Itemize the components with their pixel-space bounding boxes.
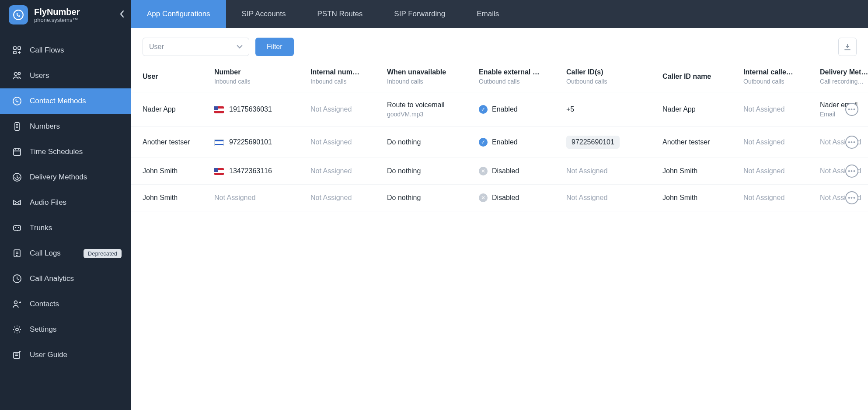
nav-icon — [11, 298, 23, 310]
table-row[interactable]: Another testser 97225690101 Not Assigned… — [131, 127, 868, 158]
topbar-tabs: App ConfigurationsSIP AccountsPSTN Route… — [131, 0, 868, 28]
nav-label: Users — [30, 71, 49, 80]
cell-unavailable: Do nothing — [383, 127, 474, 158]
phone-icon — [13, 9, 24, 21]
nav-icon — [11, 222, 23, 234]
column-header[interactable]: NumberInbound calls — [210, 60, 306, 92]
sidebar-item-users[interactable]: Users — [0, 63, 131, 88]
sidebar-collapse-button[interactable] — [120, 10, 125, 20]
x-icon: ✕ — [479, 167, 488, 175]
table-header-row: UserNumberInbound callsInternal num…Inbo… — [131, 60, 868, 92]
column-header[interactable]: When unavailableInbound calls — [383, 60, 474, 92]
column-header[interactable]: Caller ID(s)Outbound calls — [562, 60, 658, 92]
flag-icon — [214, 139, 224, 146]
sidebar-item-numbers[interactable]: Numbers — [0, 114, 131, 139]
cell-delivery: Nader emailEmail — [816, 92, 868, 127]
table-row[interactable]: John Smith Not Assigned Not Assigned Do … — [131, 185, 868, 211]
brand: FlyNumber phone.systems™ — [0, 0, 131, 30]
nav-label: Call Flows — [30, 46, 64, 55]
sidebar-item-user-guide[interactable]: User Guide — [0, 342, 131, 368]
sidebar-item-time-schedules[interactable]: Time Schedules — [0, 139, 131, 165]
row-more-button[interactable]: ••• — [845, 165, 858, 178]
sidebar-item-delivery-methods[interactable]: Delivery Methods — [0, 165, 131, 190]
flag-icon — [214, 168, 224, 175]
nav-icon — [11, 70, 23, 81]
nav-icon — [11, 45, 23, 56]
row-actions-column: •••••••••••• — [841, 60, 868, 64]
table-row[interactable]: Nader App 19175636031 Not Assigned Route… — [131, 92, 868, 127]
column-header[interactable]: Delivery Met…Call recording… — [816, 60, 868, 92]
nav-label: User Guide — [30, 350, 67, 359]
svg-rect-3 — [14, 51, 16, 54]
svg-point-14 — [16, 328, 18, 331]
table-row[interactable]: John Smith 13472363116 Not Assigned Do n… — [131, 158, 868, 185]
svg-point-13 — [14, 301, 17, 304]
main: App ConfigurationsSIP AccountsPSTN Route… — [131, 0, 868, 410]
column-header[interactable]: Internal num…Inbound calls — [306, 60, 383, 92]
nav-label: Delivery Methods — [30, 173, 87, 182]
svg-rect-8 — [14, 149, 21, 155]
chevron-down-icon — [237, 43, 243, 51]
cell-caller-ids: +5 — [562, 92, 658, 127]
row-more-button[interactable]: ••• — [845, 136, 858, 149]
tab-sip-accounts[interactable]: SIP Accounts — [226, 0, 302, 28]
caller-id-chip[interactable]: 97225690101 — [566, 136, 620, 149]
cell-number: 19175636031 — [210, 92, 306, 127]
column-header[interactable]: Caller ID name — [658, 60, 739, 92]
cell-enable-external: ✓ Enabled — [474, 127, 562, 158]
cell-caller-id-name: John Smith — [658, 185, 739, 211]
download-icon — [843, 42, 852, 51]
row-more-button[interactable]: ••• — [845, 191, 858, 204]
cell-enable-external: ✓ Enabled — [474, 92, 562, 127]
tab-sip-forwarding[interactable]: SIP Forwarding — [378, 0, 461, 28]
cell-caller-ids: Not Assigned — [562, 185, 658, 211]
cell-unavailable: Do nothing — [383, 158, 474, 185]
check-icon: ✓ — [479, 138, 488, 147]
row-more-button[interactable]: ••• — [845, 103, 858, 116]
sidebar-item-contact-methods[interactable]: Contact Methods — [0, 88, 131, 114]
tab-pstn-routes[interactable]: PSTN Routes — [301, 0, 378, 28]
sidebar-item-call-analytics[interactable]: Call Analytics — [0, 266, 131, 291]
sidebar-item-call-flows[interactable]: Call Flows — [0, 38, 131, 63]
nav-icon — [11, 197, 23, 208]
cell-caller-id-name: John Smith — [658, 158, 739, 185]
sidebar-item-audio-files[interactable]: Audio Files — [0, 190, 131, 215]
cell-number: 97225690101 — [210, 127, 306, 158]
cell-internal-caller: Not Assigned — [739, 127, 816, 158]
column-header[interactable]: Enable external …Outbound calls — [474, 60, 562, 92]
filter-button[interactable]: Filter — [255, 38, 294, 56]
cell-user: John Smith — [131, 158, 210, 185]
sidebar-item-trunks[interactable]: Trunks — [0, 215, 131, 241]
sidebar-item-call-logs[interactable]: Call LogsDeprecated — [0, 241, 131, 266]
column-header[interactable]: User — [131, 60, 210, 92]
nav-badge: Deprecated — [84, 249, 122, 258]
cell-number: Not Assigned — [210, 185, 306, 211]
cell-enable-external: ✕ Disabled — [474, 185, 562, 211]
tab-emails[interactable]: Emails — [461, 0, 515, 28]
table-container: UserNumberInbound callsInternal num…Inbo… — [131, 60, 868, 211]
download-button[interactable] — [838, 38, 857, 56]
cell-internal-caller: Not Assigned — [739, 158, 816, 185]
cell-caller-id-name: Another testser — [658, 127, 739, 158]
tab-app-configurations[interactable]: App Configurations — [131, 0, 226, 28]
contact-methods-table: UserNumberInbound callsInternal num…Inbo… — [131, 60, 868, 211]
sidebar-item-settings[interactable]: Settings — [0, 317, 131, 342]
chevron-left-icon — [120, 10, 125, 18]
cell-delivery: Not Assigned — [816, 185, 868, 211]
brand-title: FlyNumber — [34, 7, 80, 17]
filter-select-user[interactable]: User — [143, 38, 249, 56]
toolbar: User Filter — [131, 28, 868, 60]
sidebar-item-contacts[interactable]: Contacts — [0, 291, 131, 317]
cell-user: Another testser — [131, 127, 210, 158]
flag-icon — [214, 106, 224, 113]
svg-point-0 — [14, 10, 23, 20]
cell-delivery: Not Assigned — [816, 158, 868, 185]
svg-rect-7 — [15, 123, 19, 130]
cell-internal-number: Not Assigned — [306, 127, 383, 158]
cell-caller-ids: Not Assigned — [562, 158, 658, 185]
column-header[interactable]: Internal calle…Outbound calls — [739, 60, 816, 92]
nav-label: Settings — [30, 325, 56, 334]
svg-point-6 — [13, 97, 21, 105]
nav-icon — [11, 273, 23, 284]
nav-label: Call Logs — [30, 249, 61, 258]
